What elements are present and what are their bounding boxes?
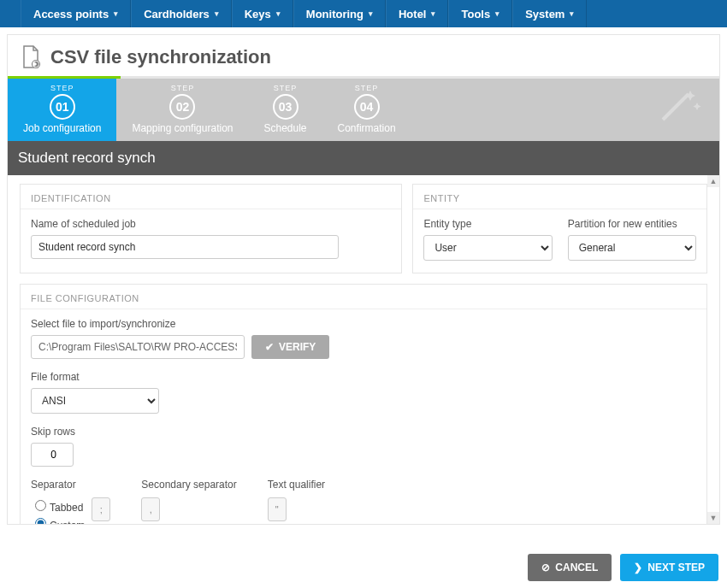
chevron-down-icon: ▾ — [114, 9, 118, 18]
wizard-step-3[interactable]: STEP 03 Schedule — [248, 79, 322, 141]
nav-label: Tools — [461, 8, 490, 21]
nav-label: Keys — [245, 8, 271, 21]
magic-wand-icon — [654, 85, 706, 128]
nav-hotel[interactable]: Hotel▾ — [386, 0, 449, 27]
verify-button[interactable]: ✔ VERIFY — [251, 335, 329, 359]
file-configuration-fieldset: FILE CONFIGURATION Select file to import… — [20, 284, 707, 524]
step-number: 04 — [354, 94, 380, 120]
partition-label: Partition for new entities — [568, 218, 696, 230]
entity-fieldset: ENTITY Entity type User Partition for ne… — [412, 184, 707, 273]
chevron-down-icon: ▾ — [431, 9, 435, 18]
page-title-bar: CSV file synchronization — [8, 35, 719, 76]
nav-access-points[interactable]: Access points▾ — [21, 0, 131, 27]
csv-file-icon — [20, 45, 42, 69]
job-name-input[interactable] — [31, 235, 339, 259]
job-name-label: Name of scheduled job — [31, 218, 391, 230]
next-step-button[interactable]: ❯ NEXT STEP — [620, 554, 718, 581]
step-label: STEP — [263, 84, 306, 92]
skip-rows-label: Skip rows — [31, 426, 696, 438]
select-file-label: Select file to import/synchronize — [31, 318, 696, 330]
scroll-up-arrow[interactable]: ▲ — [707, 175, 719, 187]
wizard-step-1[interactable]: STEP 01 Job configuration — [8, 79, 116, 141]
fieldset-header: IDENTIFICATION — [21, 185, 401, 209]
nav-label: Monitoring — [306, 8, 364, 21]
nav-cardholders[interactable]: Cardholders▾ — [131, 0, 232, 27]
nav-label: Hotel — [399, 8, 427, 21]
file-format-select[interactable]: ANSI — [31, 388, 159, 414]
wizard-step-4[interactable]: STEP 04 Confirmation — [322, 79, 411, 141]
page-title: CSV file synchronization — [50, 46, 271, 68]
cancel-icon: ⊘ — [541, 562, 550, 573]
nav-label: Cardholders — [144, 8, 210, 21]
chevron-down-icon: ▾ — [495, 9, 499, 18]
scroll-down-arrow[interactable]: ▼ — [707, 512, 719, 524]
step-number: 02 — [169, 94, 195, 120]
cancel-label: CANCEL — [555, 562, 598, 573]
check-icon: ✔ — [265, 341, 274, 353]
separator-custom-input[interactable]: ; — [92, 497, 110, 521]
step-number: 03 — [273, 94, 298, 120]
separator-label: Separator — [31, 479, 110, 491]
next-label: NEXT STEP — [647, 562, 705, 573]
chevron-down-icon: ▾ — [276, 9, 281, 18]
nav-label: System — [525, 8, 564, 21]
nav-keys[interactable]: Keys▾ — [232, 0, 293, 27]
separator-custom-radio[interactable]: Custom — [31, 515, 85, 524]
step-number: 01 — [50, 94, 75, 120]
fieldset-header: ENTITY — [413, 185, 706, 209]
chevron-down-icon: ▾ — [215, 9, 219, 18]
nav-system[interactable]: System▾ — [512, 0, 587, 27]
nav-tools[interactable]: Tools▾ — [448, 0, 512, 27]
footer-buttons: ⊘ CANCEL ❯ NEXT STEP — [528, 554, 718, 581]
step-name: Confirmation — [338, 122, 396, 134]
chevron-right-icon: ❯ — [634, 562, 642, 573]
separator-tabbed-radio[interactable]: Tabbed — [31, 497, 85, 515]
subtitle-bar: Student record synch — [8, 141, 719, 175]
nav-monitoring[interactable]: Monitoring▾ — [293, 0, 386, 27]
nav-label: Access points — [33, 8, 109, 21]
step-name: Schedule — [263, 122, 306, 134]
step-name: Job configuration — [23, 122, 101, 134]
partition-select[interactable]: General — [568, 235, 696, 261]
secondary-separator-input[interactable]: , — [141, 497, 160, 521]
step-label: STEP — [338, 84, 396, 92]
cancel-button[interactable]: ⊘ CANCEL — [528, 554, 612, 581]
fieldset-header: FILE CONFIGURATION — [21, 285, 706, 309]
step-label: STEP — [23, 84, 101, 92]
text-qualifier-label: Text qualifier — [268, 479, 325, 491]
wizard-step-2[interactable]: STEP 02 Mapping configuration — [116, 79, 248, 141]
identification-fieldset: IDENTIFICATION Name of scheduled job — [20, 184, 402, 273]
verify-label: VERIFY — [279, 341, 316, 353]
text-qualifier-input[interactable]: " — [268, 497, 287, 521]
step-label: STEP — [132, 84, 233, 92]
svg-line-1 — [663, 94, 689, 120]
file-path-input[interactable] — [31, 335, 245, 359]
file-format-label: File format — [31, 371, 696, 383]
chevron-down-icon: ▾ — [570, 9, 574, 18]
entity-type-select[interactable]: User — [423, 235, 552, 261]
secondary-separator-label: Secondary separator — [141, 479, 236, 491]
main-panel: CSV file synchronization STEP 01 Job con… — [7, 34, 720, 525]
wizard-steps: STEP 01 Job configuration STEP 02 Mappin… — [8, 76, 719, 141]
step-name: Mapping configuration — [132, 122, 233, 134]
chevron-down-icon: ▾ — [369, 9, 373, 18]
skip-rows-input[interactable] — [31, 443, 74, 467]
entity-type-label: Entity type — [423, 218, 552, 230]
top-nav: Access points▾ Cardholders▾ Keys▾ Monito… — [0, 0, 727, 27]
content-scroll[interactable]: IDENTIFICATION Name of scheduled job ENT… — [8, 175, 719, 524]
